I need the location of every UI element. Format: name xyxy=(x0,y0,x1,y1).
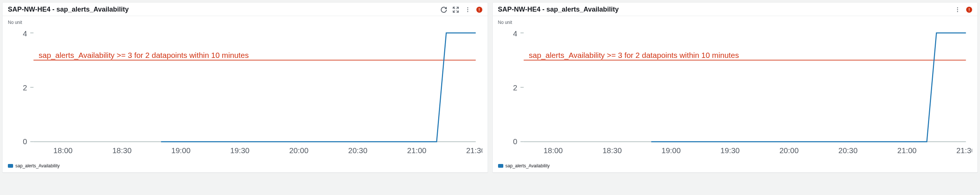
x-tick-label: 21:30 xyxy=(956,146,972,155)
threshold-label: sap_alerts_Availability >= 3 for 2 datap… xyxy=(38,51,249,60)
x-tick-label: 19:30 xyxy=(720,146,740,155)
y-tick-label: 4 xyxy=(23,29,27,38)
svg-point-1 xyxy=(467,9,468,10)
y-tick-label: 2 xyxy=(513,83,517,92)
legend-label: sap_alerts_Availability xyxy=(15,163,60,168)
series-line xyxy=(651,33,966,141)
more-icon[interactable] xyxy=(465,6,471,13)
x-tick-label: 20:00 xyxy=(779,146,798,155)
metric-panel: SAP-NW-HE4 - sap_alerts_Availability ! N… xyxy=(2,2,488,173)
x-tick-label: 18:00 xyxy=(54,146,73,155)
svg-point-9 xyxy=(957,11,958,12)
legend-swatch xyxy=(8,164,13,168)
panel-actions: ! xyxy=(441,6,482,13)
legend: sap_alerts_Availability xyxy=(498,161,972,168)
x-tick-label: 20:30 xyxy=(348,146,367,155)
refresh-icon[interactable] xyxy=(441,6,447,13)
panel-actions: ! xyxy=(954,6,972,13)
chart-area: 4 2 0 sap_alerts_Availability >= 3 for 2… xyxy=(498,27,972,161)
x-tick-label: 18:30 xyxy=(603,146,622,155)
unit-label: No unit xyxy=(8,20,482,25)
alert-icon[interactable]: ! xyxy=(476,7,482,13)
panel-header: SAP-NW-HE4 - sap_alerts_Availability ! xyxy=(3,3,488,16)
legend: sap_alerts_Availability xyxy=(8,161,482,168)
legend-label: sap_alerts_Availability xyxy=(506,163,550,168)
panel-header: SAP-NW-HE4 - sap_alerts_Availability ! xyxy=(493,3,978,16)
chart-area: 4 2 0 sap_alerts_Availability >= 3 for 2… xyxy=(8,27,482,161)
metric-panel: SAP-NW-HE4 - sap_alerts_Availability ! N… xyxy=(492,2,978,173)
x-tick-label: 20:00 xyxy=(289,146,308,155)
x-tick-label: 18:30 xyxy=(112,146,131,155)
y-tick-label: 0 xyxy=(23,137,27,146)
panel-title: SAP-NW-HE4 - sap_alerts_Availability xyxy=(8,6,441,13)
panel-title: SAP-NW-HE4 - sap_alerts_Availability xyxy=(498,6,955,13)
x-tick-label: 19:30 xyxy=(230,146,249,155)
y-tick-label: 2 xyxy=(23,83,27,92)
x-tick-label: 21:00 xyxy=(897,146,916,155)
svg-point-7 xyxy=(957,7,958,8)
legend-swatch xyxy=(498,164,503,168)
x-tick-label: 19:00 xyxy=(171,146,191,155)
threshold-label: sap_alerts_Availability >= 3 for 2 datap… xyxy=(529,51,739,60)
panel-body: No unit 4 2 0 sap_alerts_Availability >=… xyxy=(3,16,488,172)
svg-point-8 xyxy=(957,9,958,10)
expand-icon[interactable] xyxy=(452,6,459,13)
y-tick-label: 0 xyxy=(513,137,517,146)
series-line xyxy=(161,33,476,141)
svg-point-0 xyxy=(467,7,468,8)
x-tick-label: 21:00 xyxy=(407,146,426,155)
alert-icon[interactable]: ! xyxy=(966,7,972,13)
x-tick-label: 19:00 xyxy=(661,146,680,155)
panel-body: No unit 4 2 0 sap_alerts_Availability >=… xyxy=(493,16,978,172)
line-chart: 4 2 0 sap_alerts_Availability >= 3 for 2… xyxy=(498,27,972,161)
line-chart: 4 2 0 sap_alerts_Availability >= 3 for 2… xyxy=(8,27,482,161)
more-icon[interactable] xyxy=(954,6,961,13)
x-tick-label: 20:30 xyxy=(838,146,857,155)
unit-label: No unit xyxy=(498,20,972,25)
x-tick-label: 18:00 xyxy=(543,146,562,155)
x-tick-label: 21:30 xyxy=(466,146,482,155)
y-tick-label: 4 xyxy=(513,29,517,38)
svg-point-2 xyxy=(467,11,468,12)
